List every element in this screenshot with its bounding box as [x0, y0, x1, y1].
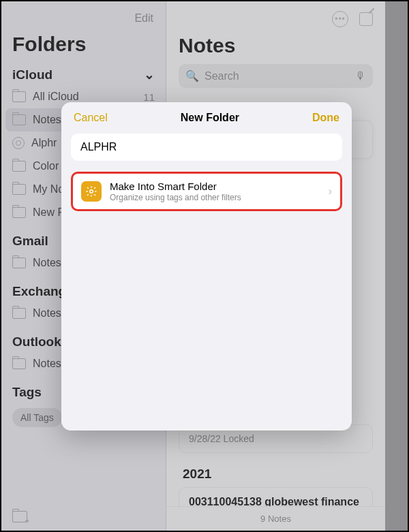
make-smart-folder-row[interactable]: Make Into Smart Folder Organize using ta…	[71, 172, 342, 211]
new-folder-modal: Cancel New Folder Done ALPHR Make Into S…	[61, 102, 352, 431]
smart-folder-icon	[81, 181, 102, 202]
cancel-button[interactable]: Cancel	[74, 112, 108, 124]
smart-folder-subtitle: Organize using tags and other filters	[110, 193, 320, 202]
svg-point-0	[90, 190, 93, 193]
chevron-right-icon: ›	[329, 185, 332, 198]
folder-name-input[interactable]: ALPHR	[71, 134, 342, 161]
done-button[interactable]: Done	[312, 112, 339, 124]
smart-folder-title: Make Into Smart Folder	[110, 181, 320, 192]
modal-title: New Folder	[181, 112, 239, 124]
